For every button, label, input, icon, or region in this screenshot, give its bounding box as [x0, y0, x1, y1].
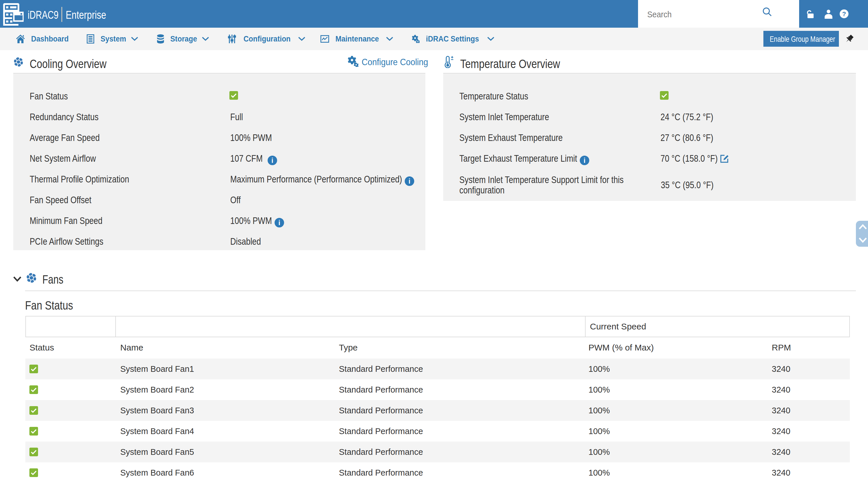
svg-text:?: ?: [842, 10, 846, 18]
